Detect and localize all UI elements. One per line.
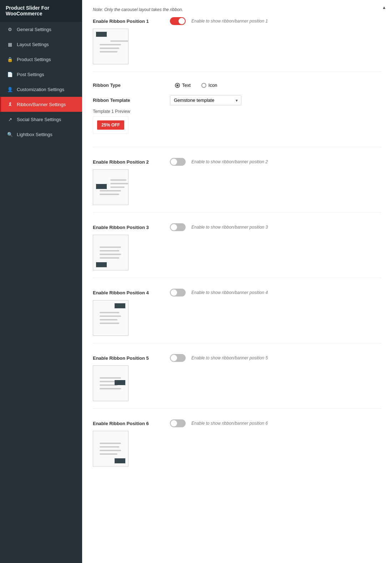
template-preview-box: 25% OFF [93,116,129,134]
ribbon-template-label: Ribbon Template [93,98,164,103]
ribbon-position-1-header: Enable Ribbon Position 1 Enable to show … [93,17,381,25]
social-icon: ↗ [7,116,13,123]
scroll-top-arrow[interactable]: ▲ [382,5,386,10]
ribbon-position-4-desc: Enable to show ribbon/banner position 4 [191,290,268,295]
preview-line [100,194,119,195]
ribbon-template-select[interactable]: Gemstone template [170,95,241,105]
layout-icon: ▦ [7,41,13,48]
sidebar: Product Slider For WooCommerce ⚙ General… [0,0,82,563]
ribbon-position-2-preview [93,169,129,205]
ribbon-type-row: Ribbon Type Text Icon [93,83,381,88]
sidebar-item-social[interactable]: ↗ Social Share Settings [0,112,82,127]
sidebar-item-label: General Settings [17,27,51,32]
ribbon-position-3-toggle[interactable] [170,223,186,231]
ribbon-position-2-desc: Enable to show ribbon/banner position 2 [191,159,268,164]
ribbon-position-6-header: Enable Ribbon Position 6 Enable to show … [93,419,381,427]
preview-line [100,450,121,451]
ribbon-type-label: Ribbon Type [93,83,164,88]
ribbon-position-1-label: Enable Ribbon Position 1 [93,19,164,24]
ribbon-position-6-desc: Enable to show ribbon/banner position 6 [191,421,268,426]
preview-line [100,323,119,324]
post-icon: 📄 [7,71,13,78]
ribbon-template-row: Ribbon Template Gemstone template [93,95,381,105]
ribbon-marker [96,262,107,267]
ribbon-position-6-label: Enable Ribbon Position 6 [93,421,164,426]
ribbon-position-5-header: Enable Ribbon Position 5 Enable to show … [93,354,381,362]
preview-line [100,443,121,444]
preview-line [100,312,119,313]
main-content: ▲ Note: Only the carousel layout takes t… [82,0,392,563]
ribbon-marker [96,32,107,37]
ribbon-icon: 🎗 [7,101,13,108]
preview-line [100,51,117,53]
sidebar-item-label: Customization Settings [17,87,64,92]
radio-icon-circle [201,83,206,88]
sidebar-item-label: Product Settings [17,57,51,62]
ribbon-position-6-section: Enable Ribbon Position 6 Enable to show … [93,419,381,474]
preview-line [110,186,125,188]
radio-inner [176,84,179,86]
radio-text-circle [175,83,180,88]
toggle-knob [171,420,177,427]
ribbon-position-4-section: Enable Ribbon Position 4 Enable to show … [93,289,381,343]
ribbon-position-4-toggle[interactable] [170,289,186,297]
ribbon-position-4-preview [93,300,129,336]
sidebar-item-label: Layout Settings [17,42,49,47]
ribbon-type-section: Ribbon Type Text Icon Ribbon Template Ge… [93,83,381,147]
sidebar-item-ribbon[interactable]: 🎗 Ribbon/Banner Settings [0,97,82,112]
sidebar-item-product[interactable]: 🔒 Product Settings [0,52,82,67]
preview-line [110,179,126,181]
ribbon-position-6-preview [93,431,129,467]
ribbon-position-4-label: Enable Ribbon Position 4 [93,290,164,295]
ribbon-position-3-section: Enable Ribbon Position 3 Enable to show … [93,223,381,278]
toggle-knob [171,289,177,296]
ribbon-template-select-wrapper: Gemstone template [170,95,241,105]
ribbon-position-6-toggle[interactable] [170,419,186,427]
ribbon-position-2-label: Enable Ribbon Position 2 [93,159,164,165]
sidebar-item-layout[interactable]: ▦ Layout Settings [0,37,82,52]
sidebar-item-lightbox[interactable]: 🔍 Lightbox Settings [0,127,82,142]
preview-line [100,48,119,49]
preview-line [100,250,119,251]
ribbon-position-2-toggle[interactable] [170,158,186,166]
app-title: Product Slider For WooCommerce [0,0,82,22]
preview-line [100,377,121,379]
ribbon-position-5-preview [93,365,129,401]
preview-line [110,40,128,42]
toggle-knob [171,159,177,165]
sidebar-item-general[interactable]: ⚙ General Settings [0,22,82,37]
ribbon-position-3-header: Enable Ribbon Position 3 Enable to show … [93,223,381,231]
ribbon-position-4-header: Enable Ribbon Position 4 Enable to show … [93,289,381,297]
customization-icon: 👤 [7,86,13,93]
discount-badge: 25% OFF [97,120,124,130]
preview-line [100,246,121,248]
ribbon-position-5-desc: Enable to show ribbon/banner position 5 [191,355,268,360]
ribbon-type-text-option[interactable]: Text [175,83,191,88]
ribbon-position-3-preview [93,235,129,270]
preview-line [100,453,117,455]
template-preview-section: Template 1 Preview 25% OFF [93,109,381,134]
ribbon-position-5-toggle[interactable] [170,354,186,362]
ribbon-position-1-section: Enable Ribbon Position 1 Enable to show … [93,17,381,72]
preview-line [100,254,121,255]
ribbon-type-icon-option[interactable]: Icon [201,83,217,88]
toggle-knob [171,355,177,361]
preview-line [100,44,121,45]
sidebar-item-label: Post Settings [17,72,44,77]
ribbon-position-5-section: Enable Ribbon Position 5 Enable to show … [93,354,381,409]
ribbon-position-2-section: Enable Ribbon Position 2 Enable to show … [93,158,381,213]
template-preview-label: Template 1 Preview [93,109,381,114]
sidebar-item-label: Ribbon/Banner Settings [17,102,66,107]
ribbon-marker [115,303,125,308]
preview-line [100,315,121,317]
sidebar-item-post[interactable]: 📄 Post Settings [0,67,82,82]
ribbon-position-1-toggle[interactable] [170,17,186,25]
ribbon-type-text-label: Text [182,83,191,88]
ribbon-position-1-desc: Enable to show ribbon/banner position 1 [191,19,268,24]
lightbox-icon: 🔍 [7,131,13,138]
ribbon-position-5-label: Enable Ribbon Position 5 [93,355,164,361]
sidebar-item-label: Lightbox Settings [17,132,52,137]
ribbon-position-3-label: Enable Ribbon Position 3 [93,225,164,230]
ribbon-marker [115,380,125,385]
sidebar-item-customization[interactable]: 👤 Customization Settings [0,82,82,97]
